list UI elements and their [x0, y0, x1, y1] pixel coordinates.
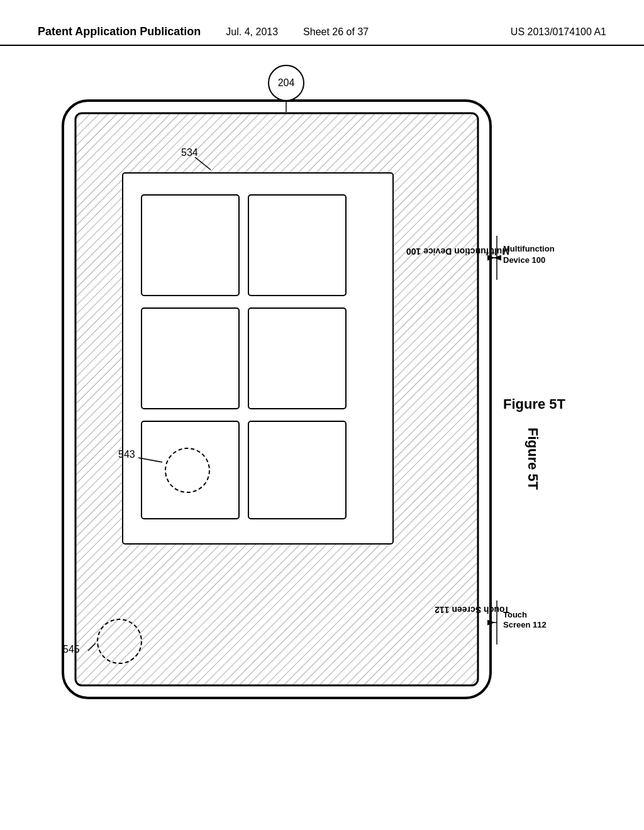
- svg-text:Figure 5T: Figure 5T: [503, 396, 566, 412]
- svg-text:543: 543: [118, 449, 135, 460]
- svg-text:545: 545: [63, 644, 80, 655]
- svg-text:204: 204: [278, 77, 295, 88]
- publication-title: Patent Application Publication: [38, 25, 201, 38]
- svg-rect-8: [248, 308, 346, 409]
- patent-number: US 2013/0174100 A1: [511, 26, 606, 38]
- svg-text:Device 100: Device 100: [503, 255, 545, 265]
- svg-rect-5: [142, 195, 239, 296]
- page-header: Patent Application Publication Jul. 4, 2…: [0, 25, 644, 46]
- svg-text:Screen 112: Screen 112: [503, 620, 547, 629]
- svg-rect-10: [248, 421, 346, 519]
- svg-rect-9: [142, 421, 239, 519]
- main-diagram: 204 534 543 545 Multifunction Device 100…: [25, 63, 616, 792]
- svg-text:Multifunction: Multifunction: [503, 244, 555, 253]
- svg-text:Touch: Touch: [503, 610, 527, 619]
- svg-text:Figure 5T: Figure 5T: [525, 428, 541, 490]
- svg-text:Touch Screen 112: Touch Screen 112: [435, 605, 509, 615]
- svg-rect-7: [142, 308, 239, 409]
- svg-text:534: 534: [181, 147, 198, 158]
- publication-date: Jul. 4, 2013: [226, 26, 278, 38]
- svg-text:Multifunction Device 100: Multifunction Device 100: [406, 246, 509, 257]
- sheet-number: Sheet 26 of 37: [303, 26, 369, 38]
- svg-rect-6: [248, 195, 346, 296]
